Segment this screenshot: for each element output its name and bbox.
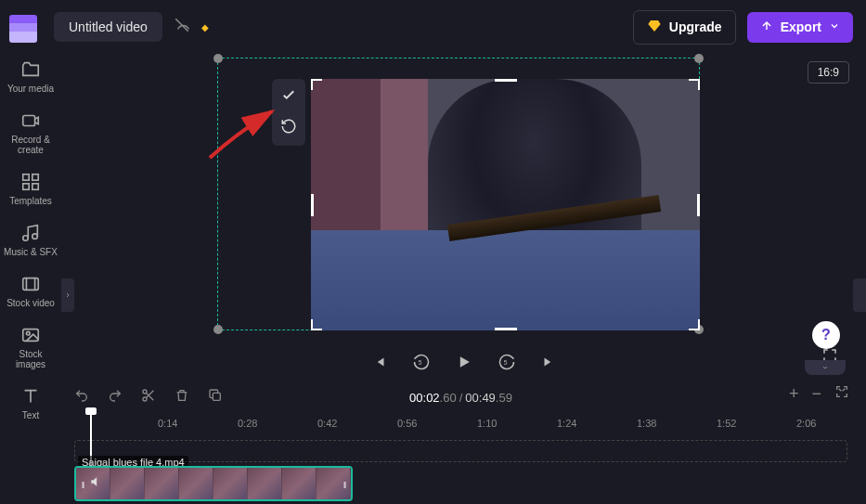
forward-5-icon[interactable]: 5 (498, 353, 516, 371)
sidebar-item-music-sfx[interactable]: Music & SFX (3, 223, 58, 257)
svg-point-9 (26, 331, 30, 335)
selection-edge[interactable] (311, 194, 314, 216)
app-logo[interactable] (9, 15, 37, 43)
sidebar-item-record-create[interactable]: Record & create (3, 110, 58, 155)
crop-handle[interactable] (694, 54, 704, 63)
split-icon[interactable] (141, 388, 156, 407)
properties-panel-handle[interactable] (805, 360, 846, 375)
skip-end-icon[interactable] (540, 354, 557, 370)
zoom-in-icon[interactable]: + (789, 384, 799, 404)
svg-rect-0 (23, 116, 35, 126)
project-title[interactable]: Untitled video (54, 12, 162, 42)
export-button[interactable]: Export (747, 12, 853, 43)
delete-icon[interactable] (174, 388, 189, 407)
current-time-seconds: 00:02 (409, 391, 440, 405)
undo-icon[interactable] (74, 388, 89, 407)
ruler-tick: 0:28 (238, 418, 257, 429)
reset-crop-icon[interactable] (280, 118, 297, 138)
svg-rect-2 (32, 174, 38, 180)
selection-handle[interactable] (689, 319, 700, 330)
svg-rect-1 (23, 174, 29, 180)
premium-diamond-icon: ◆ (201, 22, 209, 32)
sidebar-item-label: Music & SFX (4, 247, 58, 257)
sidebar-item-label: Text (22, 410, 39, 420)
redo-icon[interactable] (108, 388, 123, 407)
sidebar-item-label: Your media (7, 84, 54, 94)
player-controls: 5 5 (61, 353, 866, 371)
sidebar-item-stock-video[interactable]: Stock video (3, 274, 58, 308)
zoom-fit-icon[interactable] (834, 384, 849, 404)
svg-rect-3 (23, 184, 29, 189)
crop-handle[interactable] (213, 54, 223, 63)
svg-text:5: 5 (503, 359, 507, 366)
timecode-display: 00:02.60/00:49.59 (409, 391, 512, 405)
selection-handle[interactable] (311, 319, 322, 330)
selection-edge[interactable] (495, 79, 517, 82)
svg-rect-4 (32, 184, 38, 189)
confirm-crop-icon[interactable] (280, 86, 297, 107)
aspect-ratio-selector[interactable]: 16:9 (808, 61, 849, 84)
zoom-out-icon[interactable]: − (811, 384, 821, 404)
ruler-tick: 1:52 (717, 418, 736, 429)
sidebar-item-text[interactable]: Text (3, 386, 58, 420)
selection-edge[interactable] (495, 328, 517, 330)
clip-trim-handle-left[interactable] (78, 468, 87, 499)
ruler-tick: 1:38 (637, 418, 656, 429)
svg-point-5 (23, 236, 29, 241)
sidebar-item-label: Templates (9, 196, 52, 206)
video-preview-content (311, 79, 700, 330)
zoom-controls: + − (789, 384, 849, 404)
ruler-tick: 1:10 (477, 418, 497, 429)
ruler-tick: 0:56 (397, 418, 417, 429)
rewind-5-icon[interactable]: 5 (412, 353, 431, 371)
selection-handle[interactable] (689, 79, 700, 90)
play-icon[interactable] (455, 353, 473, 371)
help-button[interactable]: ? (812, 321, 840, 349)
ruler-tick: 2:06 (796, 418, 816, 429)
canvas-crop-box[interactable] (217, 58, 700, 330)
sidebar-item-stock-images[interactable]: Stock images (3, 325, 58, 369)
sidebar-item-your-media[interactable]: Your media (3, 59, 58, 94)
visibility-off-icon[interactable] (174, 17, 190, 37)
skip-start-icon[interactable] (371, 354, 388, 370)
selection-handle[interactable] (311, 79, 322, 90)
total-time-frames: .59 (496, 391, 512, 405)
crop-action-toolbar (272, 79, 305, 146)
timeline-ruler[interactable]: 0:14 0:28 0:42 0:56 1:10 1:24 1:38 1:52 … (74, 412, 866, 436)
video-selection-frame[interactable] (311, 79, 700, 330)
timeline-video-clip[interactable] (74, 466, 353, 501)
timeline-toolbar: 00:02.60/00:49.59 (74, 384, 847, 410)
speaker-icon[interactable] (89, 475, 102, 492)
ruler-tick: 0:42 (317, 418, 337, 429)
svg-point-6 (32, 234, 38, 239)
left-sidebar: Your media Record & create Templates Mus… (0, 54, 61, 504)
diamond-icon (647, 19, 662, 36)
upgrade-button[interactable]: Upgrade (633, 10, 736, 45)
timeline-empty-track[interactable] (74, 440, 847, 462)
ruler-tick: 0:14 (158, 418, 177, 429)
duplicate-icon[interactable] (208, 388, 223, 407)
svg-rect-7 (23, 278, 39, 291)
svg-rect-8 (23, 330, 39, 342)
export-label: Export (781, 19, 821, 34)
sidebar-item-templates[interactable]: Templates (3, 172, 58, 206)
ruler-tick: 1:24 (557, 418, 576, 429)
svg-text:5: 5 (418, 359, 421, 366)
total-time-seconds: 00:49 (465, 391, 496, 405)
selection-edge[interactable] (697, 194, 700, 216)
question-icon: ? (821, 327, 831, 343)
upload-icon (760, 19, 773, 35)
current-time-frames: .60 (440, 391, 457, 405)
clip-trim-handle-right[interactable] (340, 468, 349, 499)
svg-rect-14 (213, 393, 220, 400)
upgrade-label: Upgrade (669, 19, 722, 34)
preview-area: 16:9 (61, 54, 866, 379)
sidebar-item-label: Record & create (3, 135, 58, 155)
sidebar-item-label: Stock images (3, 349, 58, 369)
crop-handle[interactable] (213, 325, 223, 334)
chevron-down-icon (829, 19, 840, 34)
sidebar-item-label: Stock video (6, 298, 55, 308)
